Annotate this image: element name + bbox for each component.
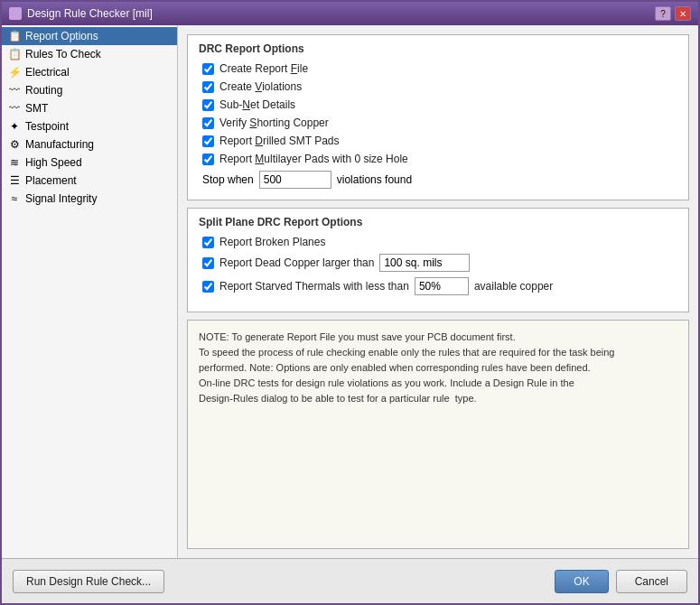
run-drc-button[interactable]: Run Design Rule Check... xyxy=(13,570,164,593)
sidebar-label-manufacturing: Manufacturing xyxy=(25,138,94,151)
subnet-details-row: Sub-Net Details xyxy=(199,98,677,111)
starved-thermals-checkbox[interactable] xyxy=(202,281,214,293)
sidebar-label-testpoint: Testpoint xyxy=(25,120,69,133)
electrical-icon: ⚡ xyxy=(7,66,22,79)
dead-copper-checkbox[interactable] xyxy=(202,257,214,269)
title-bar-left: Design Rule Checker [mil] xyxy=(9,7,153,20)
starved-thermals-row: Report Starved Thermals with less than a… xyxy=(199,277,677,295)
placement-icon: ☰ xyxy=(7,174,22,187)
testpoint-icon: ✦ xyxy=(7,120,22,133)
dead-copper-input[interactable] xyxy=(379,254,470,272)
note-text: NOTE: To generate Report File you must s… xyxy=(199,330,677,406)
available-copper-label: available copper xyxy=(474,280,553,293)
window-title: Design Rule Checker [mil] xyxy=(27,7,153,20)
title-bar-buttons: ? ✕ xyxy=(655,6,691,21)
sidebar-item-report-options[interactable]: 📋 Report Options xyxy=(2,27,177,45)
smt-icon: 〰 xyxy=(7,102,22,115)
report-options-icon: 📋 xyxy=(7,30,22,42)
subnet-details-checkbox[interactable] xyxy=(202,99,214,111)
create-report-label: Create Report File xyxy=(219,62,308,75)
sidebar-label-placement: Placement xyxy=(25,174,77,187)
verify-shorting-checkbox[interactable] xyxy=(202,117,214,129)
create-violations-label: Create Violations xyxy=(219,80,302,93)
help-button[interactable]: ? xyxy=(655,6,671,21)
sidebar-item-manufacturing[interactable]: ⚙ Manufacturing xyxy=(2,135,177,154)
violations-found-label: violations found xyxy=(337,173,412,186)
main-panel: DRC Report Options Create Report File Cr… xyxy=(178,25,698,558)
stop-when-input[interactable] xyxy=(259,171,331,189)
sidebar-item-signal-integrity[interactable]: ≈ Signal Integrity xyxy=(2,190,177,208)
dead-copper-label: Report Dead Copper larger than xyxy=(219,256,374,269)
create-violations-row: Create Violations xyxy=(199,80,677,93)
report-broken-label: Report Broken Planes xyxy=(219,236,325,248)
report-broken-checkbox[interactable] xyxy=(202,237,214,248)
routing-icon: 〰 xyxy=(7,84,22,97)
drc-section-title: DRC Report Options xyxy=(199,42,677,55)
starved-thermals-input[interactable] xyxy=(415,277,469,295)
main-window: Design Rule Checker [mil] ? ✕ 📋 Report O… xyxy=(0,0,700,605)
title-bar: Design Rule Checker [mil] ? ✕ xyxy=(2,2,698,25)
stop-when-row: Stop when violations found xyxy=(199,171,677,189)
note-box: NOTE: To generate Report File you must s… xyxy=(187,320,689,549)
subnet-details-label: Sub-Net Details xyxy=(219,98,295,111)
dead-copper-row: Report Dead Copper larger than xyxy=(199,254,677,272)
sidebar-label-signal-integrity: Signal Integrity xyxy=(25,192,97,205)
sidebar-label-routing: Routing xyxy=(25,84,62,97)
cancel-button[interactable]: Cancel xyxy=(616,570,687,593)
ok-cancel-group: OK Cancel xyxy=(555,570,687,593)
app-icon xyxy=(9,7,22,20)
drc-report-section: DRC Report Options Create Report File Cr… xyxy=(187,34,689,200)
sidebar-item-smt[interactable]: 〰 SMT xyxy=(2,99,177,117)
split-section-title: Split Plane DRC Report Options xyxy=(199,216,677,228)
sidebar-label-report-options: Report Options xyxy=(25,30,98,42)
split-plane-section: Split Plane DRC Report Options Report Br… xyxy=(187,208,689,312)
create-report-checkbox[interactable] xyxy=(202,63,214,75)
sidebar: 📋 Report Options 📋 Rules To Check ⚡ Elec… xyxy=(2,25,178,558)
report-drilled-row: Report Drilled SMT Pads xyxy=(199,135,677,147)
sidebar-item-testpoint[interactable]: ✦ Testpoint xyxy=(2,117,177,135)
report-multilayer-label: Report Multilayer Pads with 0 size Hole xyxy=(219,153,408,165)
sidebar-label-high-speed: High Speed xyxy=(25,156,82,169)
report-multilayer-checkbox[interactable] xyxy=(202,154,214,165)
ok-button[interactable]: OK xyxy=(555,570,608,593)
signal-integrity-icon: ≈ xyxy=(7,192,22,205)
create-report-row: Create Report File xyxy=(199,62,677,75)
sidebar-label-smt: SMT xyxy=(25,102,48,115)
verify-shorting-label: Verify Shorting Copper xyxy=(219,116,329,129)
report-multilayer-row: Report Multilayer Pads with 0 size Hole xyxy=(199,153,677,165)
sidebar-label-rules-to-check: Rules To Check xyxy=(25,48,101,60)
starved-thermals-label: Report Starved Thermals with less than xyxy=(219,280,409,293)
stop-when-label: Stop when xyxy=(202,173,254,186)
report-drilled-label: Report Drilled SMT Pads xyxy=(219,135,340,147)
sidebar-item-rules-to-check[interactable]: 📋 Rules To Check xyxy=(2,45,177,63)
close-button[interactable]: ✕ xyxy=(675,6,691,21)
bottom-bar: Run Design Rule Check... OK Cancel xyxy=(2,558,698,603)
sidebar-item-routing[interactable]: 〰 Routing xyxy=(2,81,177,99)
report-drilled-checkbox[interactable] xyxy=(202,135,214,147)
sidebar-item-placement[interactable]: ☰ Placement xyxy=(2,172,177,190)
high-speed-icon: ≋ xyxy=(7,156,22,169)
content-area: 📋 Report Options 📋 Rules To Check ⚡ Elec… xyxy=(2,25,698,558)
rules-to-check-icon: 📋 xyxy=(7,48,22,60)
manufacturing-icon: ⚙ xyxy=(7,138,22,151)
report-broken-row: Report Broken Planes xyxy=(199,236,677,248)
create-violations-checkbox[interactable] xyxy=(202,81,214,93)
sidebar-label-electrical: Electrical xyxy=(25,66,70,79)
sidebar-item-electrical[interactable]: ⚡ Electrical xyxy=(2,63,177,81)
sidebar-item-high-speed[interactable]: ≋ High Speed xyxy=(2,154,177,172)
verify-shorting-row: Verify Shorting Copper xyxy=(199,116,677,129)
